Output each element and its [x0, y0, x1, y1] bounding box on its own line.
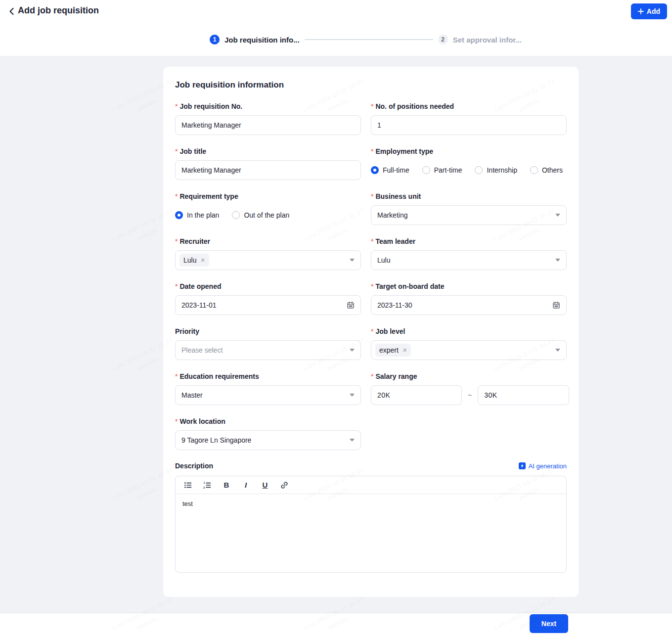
step-2-circle[interactable]: 2: [438, 35, 448, 45]
label-text: Priority: [175, 327, 199, 335]
date-value: 2023-11-30: [377, 301, 412, 309]
education-requirements-select[interactable]: Master: [175, 385, 361, 405]
radio-label: Out of the plan: [244, 211, 289, 219]
field-job-title: * Job title: [175, 147, 361, 180]
radio-option-in-the-plan[interactable]: In the plan: [175, 211, 219, 219]
field-priority: Priority Please select: [175, 327, 361, 360]
field-employment-type: * Employment type Full-time Part-time In…: [371, 147, 567, 180]
priority-select[interactable]: Please select: [175, 340, 361, 360]
field-positions-needed: * No. of positions needed: [371, 102, 567, 135]
ai-generation-button[interactable]: AI generation: [519, 462, 567, 470]
required-asterisk: *: [175, 237, 178, 245]
chevron-down-icon: [350, 394, 355, 397]
step-1-circle[interactable]: 1: [210, 35, 220, 45]
date-opened-input[interactable]: 2023-11-01: [175, 295, 361, 315]
salary-max-input[interactable]: [478, 385, 569, 405]
main-area: Job requisition information * Job requis…: [0, 56, 672, 613]
required-asterisk: *: [371, 102, 373, 110]
label-text: Target on-board date: [375, 282, 444, 290]
label-text: Work location: [179, 417, 225, 425]
field-target-onboard-date: * Target on-board date 2023-11-30: [371, 282, 567, 315]
radio-option-out-of-the-plan[interactable]: Out of the plan: [232, 211, 289, 219]
label-text: Employment type: [375, 147, 433, 155]
target-onboard-date-input[interactable]: 2023-11-30: [371, 295, 567, 315]
radio-option-others[interactable]: Others: [530, 166, 563, 174]
label-text: No. of positions needed: [375, 102, 454, 110]
form-row: Priority Please select * Job level exper…: [175, 327, 567, 360]
positions-needed-input[interactable]: [371, 115, 567, 135]
chevron-down-icon: [350, 259, 355, 262]
label-text: Salary range: [375, 372, 417, 380]
field-education-requirements: * Education requirements Master: [175, 372, 361, 405]
chevron-down-icon: [350, 439, 355, 442]
italic-icon[interactable]: I: [241, 481, 250, 490]
job-requisition-no-input[interactable]: [175, 115, 361, 135]
description-editor: 12 B I U test: [175, 476, 567, 573]
radio-selected-icon: [371, 166, 379, 174]
radio-option-internship[interactable]: Internship: [475, 166, 517, 174]
underline-icon[interactable]: U: [261, 481, 269, 490]
ordered-list-icon[interactable]: 12: [203, 481, 212, 490]
page-title: Add job requisition: [18, 5, 99, 16]
stepper: 1 Job requisition info... 2 Set approval…: [210, 35, 522, 45]
team-leader-select[interactable]: Lulu: [371, 250, 567, 270]
job-level-select[interactable]: expert ✕: [371, 340, 567, 360]
label-text: Requirement type: [179, 192, 238, 200]
select-value: 9 Tagore Ln Singapore: [181, 436, 251, 444]
radio-option-part-time[interactable]: Part-time: [422, 166, 462, 174]
job-level-label: * Job level: [371, 327, 567, 335]
recruiter-select[interactable]: Lulu ✕: [175, 250, 361, 270]
description-textarea[interactable]: test: [176, 494, 566, 572]
step-1-label: Job requisition info...: [224, 36, 300, 44]
plus-icon: [638, 8, 644, 14]
required-asterisk: *: [175, 372, 178, 380]
tag-close-icon[interactable]: ✕: [403, 348, 407, 353]
chevron-down-icon: [555, 259, 560, 262]
work-location-label: * Work location: [175, 417, 361, 425]
page-header: Add job requisition Add 1 Job requisitio…: [0, 0, 672, 56]
svg-text:1: 1: [204, 481, 205, 484]
description-header: Description AI generation: [175, 462, 567, 470]
job-level-tag: expert ✕: [375, 344, 411, 357]
select-value: Lulu: [377, 256, 390, 264]
positions-needed-label: * No. of positions needed: [371, 102, 567, 110]
calendar-icon: [347, 301, 355, 309]
chevron-down-icon: [350, 349, 355, 352]
add-button[interactable]: Add: [631, 3, 667, 19]
next-button[interactable]: Next: [530, 614, 568, 633]
required-asterisk: *: [371, 237, 373, 245]
tag-close-icon[interactable]: ✕: [200, 258, 205, 263]
ai-generation-label: AI generation: [529, 462, 567, 470]
field-team-leader: * Team leader Lulu: [371, 237, 567, 270]
label-text: Job title: [179, 147, 206, 155]
employment-type-radio-group: Full-time Part-time Internship Others: [371, 160, 567, 180]
field-description: Description AI generation 12 B: [175, 462, 567, 573]
form-row: * Work location 9 Tagore Ln Singapore: [175, 417, 567, 450]
add-button-label: Add: [647, 7, 660, 15]
required-asterisk: *: [175, 147, 178, 155]
job-title-input[interactable]: [175, 160, 361, 180]
tag-label: Lulu: [183, 256, 196, 264]
form-row: * Education requirements Master * Salary…: [175, 372, 567, 405]
recruiter-tag: Lulu ✕: [179, 254, 209, 267]
field-recruiter: * Recruiter Lulu ✕: [175, 237, 361, 270]
business-unit-label: * Business unit: [371, 192, 567, 200]
radio-option-full-time[interactable]: Full-time: [371, 166, 409, 174]
job-title-label: * Job title: [175, 147, 361, 155]
date-value: 2023-11-01: [181, 301, 217, 309]
form-row: * Date opened 2023-11-01 * Target on-boa…: [175, 282, 567, 315]
bullet-list-icon[interactable]: [183, 481, 192, 490]
bold-icon[interactable]: B: [222, 481, 231, 490]
required-asterisk: *: [371, 372, 373, 380]
business-unit-select[interactable]: Marketing: [371, 205, 567, 225]
form-row: * Recruiter Lulu ✕ * Team leader Lu: [175, 237, 567, 270]
label-text: Business unit: [375, 192, 421, 200]
back-button[interactable]: [6, 6, 18, 18]
salary-min-input[interactable]: [371, 385, 462, 405]
job-requisition-form-card: Job requisition information * Job requis…: [163, 67, 579, 597]
link-icon[interactable]: [280, 481, 289, 490]
salary-range-inputs: ~: [371, 385, 567, 405]
work-location-select[interactable]: 9 Tagore Ln Singapore: [175, 430, 361, 450]
date-opened-label: * Date opened: [175, 282, 361, 290]
job-requisition-no-label: * Job requisition No.: [175, 102, 361, 110]
